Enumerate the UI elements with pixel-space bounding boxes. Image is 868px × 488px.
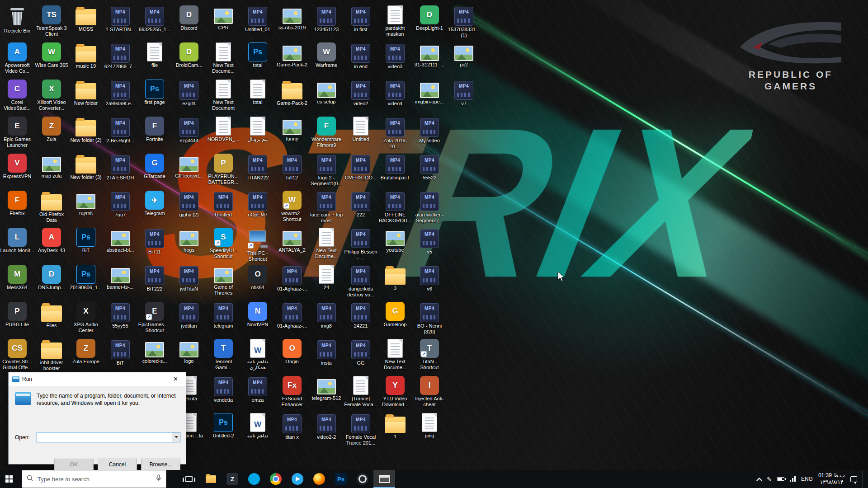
desktop-icon[interactable]: MP42-Be-Right... [103, 117, 137, 144]
desktop-icon[interactable]: FxFxSound Enhancer [275, 376, 309, 408]
desktop-icon[interactable]: MP4oOpEM7 [241, 191, 275, 218]
desktop-icon[interactable]: S↗SpeedifyUI - Shortcut [206, 228, 241, 259]
desktop-icon[interactable]: MP4vendetta [206, 376, 241, 403]
desktop-icon[interactable]: map zula [34, 154, 69, 179]
desktop-icon[interactable]: FWondershare Filmora9 [309, 117, 344, 148]
desktop-icon[interactable]: DDeepLight-1 [412, 5, 447, 31]
desktop-icon[interactable]: ss-obs-2019 [275, 5, 309, 31]
desktop-icon[interactable]: DDroidCam... [172, 42, 206, 68]
desktop-icon[interactable]: MP4in end [344, 42, 378, 70]
desktop-icon[interactable]: MP4face cam + top mast [309, 191, 344, 224]
start-button[interactable] [0, 470, 22, 488]
desktop-icon[interactable]: MP401-Aghaaz-... [275, 265, 309, 292]
desktop-icon[interactable]: DDNSJump... [34, 265, 69, 291]
obs-icon[interactable] [352, 470, 373, 488]
combobox-dropdown-button[interactable] [172, 432, 180, 442]
desktop-icon[interactable]: MP4titan x [275, 413, 309, 440]
firefox-icon[interactable] [308, 470, 330, 488]
desktop-icon[interactable]: GIFiconjvd... [172, 154, 206, 179]
desktop-icon[interactable]: MP4telegram [206, 302, 241, 329]
desktop-icon[interactable]: PPLAYERUN... BATTLEGR... [206, 154, 241, 185]
browse-button[interactable]: Browse... [141, 459, 180, 470]
desktop-icon[interactable]: PsBiT [69, 228, 103, 253]
desktop-icon[interactable]: MP4img8 [309, 302, 344, 329]
desktop-icon[interactable]: Pstotal [241, 42, 275, 68]
desktop-icon[interactable]: NNordVPN [241, 302, 275, 328]
desktop-icon[interactable]: MP42a99da9f-e... [103, 80, 137, 107]
desktop-icon[interactable]: MOSS [69, 5, 103, 32]
desktop-icon[interactable]: telegram-512 [309, 376, 344, 401]
desktop-icon[interactable]: XXPG Audio Center [69, 302, 103, 333]
desktop-icon[interactable]: MP4alan walker - Segment (... [412, 191, 447, 224]
action-center-button[interactable] [850, 476, 857, 482]
microphone-icon[interactable] [156, 474, 161, 483]
desktop-icon[interactable]: MP401-Aghaaz-... [275, 302, 309, 329]
desktop-icon[interactable]: 24 [309, 265, 344, 291]
desktop-icon[interactable]: MP4v7 [447, 80, 481, 107]
desktop-icon[interactable]: MP41537038331... (1) [447, 5, 481, 38]
speedify-icon[interactable] [243, 470, 265, 488]
desktop-icon[interactable]: New Text Document [206, 80, 241, 111]
desktop-icon[interactable]: MP4Female Vocal Trance 201... [344, 413, 378, 446]
desktop-icon[interactable]: MP4BrutalimpacT [378, 154, 412, 181]
desktop-icon[interactable]: imgbin-ope... [412, 80, 447, 105]
desktop-icon[interactable]: WWise Care 365 [34, 42, 69, 68]
desktop-icon[interactable]: PsUntitled-2 [206, 413, 241, 439]
desktop-icon[interactable]: Game of Thrones [206, 265, 241, 296]
desktop-icon[interactable]: MP4v5 [412, 228, 447, 255]
desktop-icon[interactable]: CPR [206, 5, 241, 31]
desktop-icon[interactable]: CCorel VideoStud... [0, 80, 34, 111]
desktop-icon[interactable]: MP4ezgif444 [172, 117, 206, 144]
desktop-icon[interactable]: MP4full12 [275, 154, 309, 181]
desktop-icon[interactable]: MP4v6 [412, 265, 447, 292]
capture-window-icon[interactable] [373, 470, 395, 488]
desktop-icon[interactable]: AAnyDesk-43 [34, 228, 69, 253]
desktop-icon[interactable]: Old Firefox Data [34, 191, 69, 223]
photoshop-icon[interactable]: Ps [330, 470, 352, 488]
desktop-icon[interactable]: MP4video4 [378, 80, 412, 107]
desktop-icon[interactable]: E↗EpicGames... - Shortcut [137, 302, 172, 333]
desktop-icon[interactable]: PPUBG Lite [0, 302, 34, 328]
desktop-icon[interactable]: NORDVPN_... [206, 117, 241, 142]
desktop-icon[interactable]: Game-Pack-2 [275, 80, 309, 106]
desktop-icon[interactable]: TTencent Gami... [206, 339, 241, 371]
desktop-icon[interactable]: MP4TITAN222 [241, 154, 275, 181]
desktop-icon[interactable]: hogs [172, 228, 206, 253]
network-indicator[interactable] [790, 476, 796, 482]
desktop-icon[interactable]: MP47uu7 [103, 191, 137, 218]
desktop-icon[interactable]: IInjected Anti-cheat [412, 376, 447, 408]
desktop-icon[interactable]: MP4video3 [378, 42, 412, 70]
desktop-icon[interactable]: CSCounter-Str... Global Offe... [0, 339, 34, 371]
desktop-icon[interactable]: pc2 [447, 42, 481, 68]
desktop-icon[interactable]: MP4ezgif4 [172, 80, 206, 107]
desktop-icon[interactable]: MP4dangerkids destroy yo... [344, 265, 378, 298]
desktop-icon[interactable]: ✈Telegram [137, 191, 172, 216]
desktop-icon[interactable]: New Text Docume... [378, 339, 412, 371]
desktop-icon[interactable]: Wتفاهم نامه [241, 413, 275, 439]
desktop-icon[interactable]: file [137, 42, 172, 68]
desktop-icon[interactable]: Ps20190606_1... [69, 265, 103, 291]
desktop-icon[interactable]: MP462472869_7... [103, 42, 137, 70]
desktop-icon[interactable]: MMessX64 [0, 265, 34, 291]
search-input[interactable] [37, 475, 152, 483]
desktop-icon[interactable]: MP4jvdTitaN [172, 265, 206, 292]
desktop-icon[interactable]: MP424221 [344, 302, 378, 329]
taskbar-search[interactable] [22, 470, 166, 488]
desktop-icon[interactable]: AApowersoft Video Co... [0, 42, 34, 74]
desktop-icon[interactable]: New folder (2) [69, 117, 103, 143]
desktop-icon[interactable]: abstract-bl... [103, 228, 137, 253]
desktop-icon[interactable]: FFirefox [0, 191, 34, 216]
desktop-icon[interactable]: GGameloop [378, 302, 412, 328]
close-button[interactable]: × [165, 372, 186, 385]
desktop-icon[interactable]: Game-Pack-2 [275, 42, 309, 68]
desktop-icon[interactable]: New folder (3) [69, 154, 103, 180]
desktop-icon[interactable]: DDiscord [172, 5, 206, 31]
desktop-icon[interactable]: Untitled [344, 117, 378, 142]
desktop-icon[interactable]: 3 [378, 265, 412, 291]
desktop-icon[interactable]: [Trance] Female Voca... [344, 376, 378, 408]
desktop-icon[interactable]: pardakht maskan [378, 5, 412, 37]
task-view-icon[interactable] [178, 470, 200, 488]
desktop-icon[interactable]: Files [34, 302, 69, 328]
desktop-icon[interactable]: MP4giphy (2) [172, 191, 206, 218]
desktop-icon[interactable]: MP4jvdtitan [172, 302, 206, 329]
